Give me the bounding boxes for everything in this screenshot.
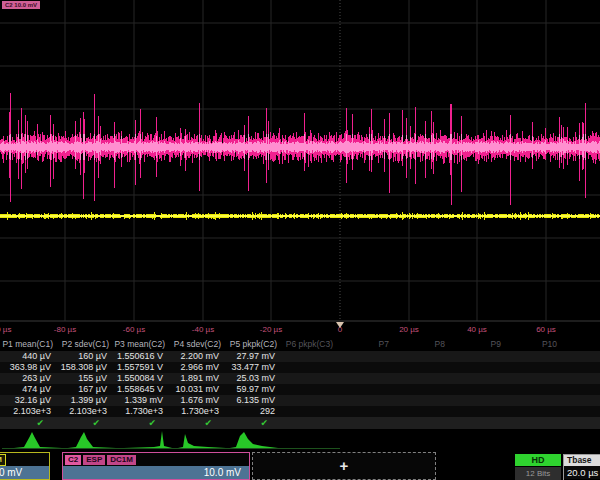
axis-label: -60 µs [110,325,158,334]
channel-c1-descriptor[interactable]: C1 DC1M 10.0 mV [0,452,50,480]
table-row-num: 2.103e+3 2.103e+3 1.730e+3 1.730e+3 292 [0,406,600,417]
status-check-icon: ✔ [224,417,280,429]
cell: 1.550084 V [112,373,168,384]
cell: 59.97 mV [224,384,280,395]
timebase-value: 20.0 µs [564,466,600,479]
cell: 474 µV [0,384,56,395]
measure-p8[interactable]: P8 [392,338,448,351]
cell: 25.03 mV [224,373,280,384]
status-check-icon: ✔ [112,417,168,429]
axis-label: 20 µs [385,325,433,334]
measure-p6[interactable]: P6 pkpk(C3) [280,338,336,351]
descriptor-bar: C1 DC1M 10.0 mV C2 ESP DC1M 10.0 mV + HD… [0,452,600,480]
status-check-icon: ✔ [56,417,112,429]
axis-label: -80 µs [41,325,89,334]
cell: 1.339 mV [112,395,168,406]
measure-p4[interactable]: P4 sdev(C2) [168,338,224,351]
measure-p1[interactable]: P1 mean(C1) [0,338,56,351]
histicon-p4[interactable] [178,430,226,449]
cell: 1.676 mV [168,395,224,406]
status-check-icon: ✔ [0,417,56,429]
axis-label: 40 µs [453,325,501,334]
hd-bits-label: 12 Bits [515,467,561,480]
measure-p5[interactable]: P5 pkpk(C2) [224,338,280,351]
status-check-icon: ✔ [168,417,224,429]
measure-p10[interactable]: P10 [504,338,560,351]
cell: 2.966 mV [168,362,224,373]
c1-coupling-badge: DC1M [0,454,6,466]
table-row-max: 474 µV 167 µV 1.558645 V 10.031 mV 59.97… [0,384,600,395]
cell: 1.557591 V [112,362,168,373]
oscilloscope-screen: C2 10.0 mV -100 µs -80 µs -60 µs -40 µs … [0,0,600,480]
table-row-value: 440 µV 160 µV 1.550616 V 2.200 mV 27.97 … [0,351,600,362]
timebase-label: Tbase [564,455,600,466]
add-trace-button[interactable]: + [252,452,436,480]
c2-coupling-badge: DC1M [107,455,136,465]
measure-p9[interactable]: P9 [448,338,504,351]
cell: 6.135 mV [224,395,280,406]
c2-label: C2 [65,455,81,465]
cell: 158.308 µV [56,362,112,373]
measure-p3[interactable]: P3 mean(C2) [112,338,168,351]
cell: 2.103e+3 [0,406,56,417]
cell: 263 µV [0,373,56,384]
hd-badge[interactable]: HD [515,454,561,466]
measurement-table: P1 mean(C1) P2 sdev(C1) P3 mean(C2) P4 s… [0,338,600,429]
measure-p7[interactable]: P7 [336,338,392,351]
axis-label: -100 µs [0,325,22,334]
axis-label: 60 µs [522,325,570,334]
table-row-min: 263 µV 155 µV 1.550084 V 1.891 mV 25.03 … [0,373,600,384]
cell: 32.16 µV [0,395,56,406]
cell: 33.477 mV [224,362,280,373]
channel-c2-descriptor[interactable]: C2 ESP DC1M 10.0 mV [62,452,250,480]
c2-scale-value: 10.0 mV [63,466,249,479]
cell: 1.550616 V [112,351,168,362]
cell: 27.97 mV [224,351,280,362]
timebase-descriptor[interactable]: Tbase 20.0 µs [563,454,600,480]
cell: 1.730e+3 [168,406,224,417]
c1-scale-value: 10.0 mV [0,466,49,479]
time-axis: -100 µs -80 µs -60 µs -40 µs -20 µs 0 20… [0,322,600,337]
cell: 1.730e+3 [112,406,168,417]
measurement-header-row: P1 mean(C1) P2 sdev(C1) P3 mean(C2) P4 s… [0,338,600,351]
trigger-position-marker[interactable] [336,322,344,328]
hd-acquisition-block[interactable]: HD 12 Bits [515,454,561,480]
histicon-p5[interactable] [230,430,278,449]
cell: 1.891 mV [168,373,224,384]
cell: 2.103e+3 [56,406,112,417]
axis-label: -20 µs [247,325,295,334]
histicon-p2[interactable] [68,430,116,449]
table-row-sdev: 32.16 µV 1.399 µV 1.339 mV 1.676 mV 6.13… [0,395,600,406]
waveform-traces [0,0,600,322]
cell: 1.399 µV [56,395,112,406]
measure-p2[interactable]: P2 sdev(C1) [56,338,112,351]
cell: 2.200 mV [168,351,224,362]
trace-annotation-badge[interactable]: C2 10.0 mV [2,1,40,9]
cell: 10.031 mV [168,384,224,395]
cell: 363.98 µV [0,362,56,373]
cell: 160 µV [56,351,112,362]
waveform-grid[interactable]: C2 10.0 mV [0,0,600,322]
cell: 1.558645 V [112,384,168,395]
table-row-mean: 363.98 µV 158.308 µV 1.557591 V 2.966 mV… [0,362,600,373]
table-row-status: ✔ ✔ ✔ ✔ ✔ [0,417,600,429]
cell: 440 µV [0,351,56,362]
histicon-row [0,430,600,451]
cell: 155 µV [56,373,112,384]
histicon-p1[interactable] [14,430,62,449]
c2-esp-badge: ESP [83,455,105,465]
histicon-p3[interactable] [124,430,172,449]
axis-label: -40 µs [179,325,227,334]
cell: 292 [224,406,280,417]
cell: 167 µV [56,384,112,395]
